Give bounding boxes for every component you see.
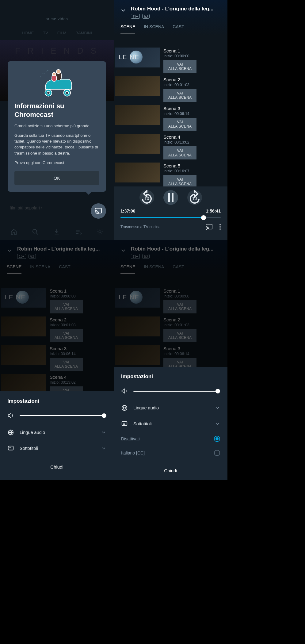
tooltip-text-1: Grandi notizie su uno schermo più grande… xyxy=(14,123,99,129)
radio-button[interactable] xyxy=(214,450,220,456)
scene-thumbnail[interactable] xyxy=(1,374,46,394)
audio-languages-row[interactable]: Lingue audio xyxy=(0,424,114,440)
video-title: Robin Hood - L'origine della leg... xyxy=(131,246,213,252)
scene-thumbnail[interactable] xyxy=(115,134,160,154)
cast-icon[interactable] xyxy=(205,223,213,231)
volume-row[interactable] xyxy=(0,409,114,424)
chevron-down-icon xyxy=(215,421,220,427)
scene-thumbnail[interactable] xyxy=(115,163,160,182)
go-to-scene-button[interactable]: VAIALLA SCENA xyxy=(163,146,196,159)
cast-fab[interactable] xyxy=(91,203,106,219)
tab-scene[interactable]: SCENE xyxy=(120,24,135,33)
subtitles-icon xyxy=(121,420,128,427)
scene-start-time: Inizio: 00:01:03 xyxy=(163,83,226,87)
tab-cast[interactable]: CAST xyxy=(173,24,184,33)
collapse-icon[interactable] xyxy=(6,247,13,254)
app-logo: prime video xyxy=(0,17,114,21)
go-to-scene-button[interactable]: VAIALLA SCENA xyxy=(163,89,196,102)
settings-sheet: Impostazioni Lingue audio Sottotitoli Ch… xyxy=(0,391,114,480)
scene-thumbnail[interactable] xyxy=(115,76,160,96)
tab-in-scena[interactable]: IN SCENA xyxy=(144,24,164,33)
subtitles-row[interactable]: Sottotitoli xyxy=(114,416,227,432)
scene-row: Scena 4Inizio: 00:13:02VAIALLA SCENA xyxy=(114,132,227,161)
tab-cast[interactable]: CAST xyxy=(59,264,70,274)
chevron-down-icon xyxy=(101,430,106,435)
scene-row: Scena 2Inizio: 00:01:03VAIALLA SCENA xyxy=(114,75,227,104)
go-to-scene-button[interactable]: VAIALLA SCENA xyxy=(163,329,196,342)
volume-slider[interactable] xyxy=(20,415,106,416)
seek-bar[interactable] xyxy=(120,217,221,218)
volume-row[interactable] xyxy=(114,385,227,400)
scene-row: Scena 3Inizio: 00:06:14VAIALLA SCENA xyxy=(0,344,114,373)
tab-in-scena[interactable]: IN SCENA xyxy=(30,264,50,274)
svg-point-7 xyxy=(56,69,60,73)
radio-button[interactable] xyxy=(214,436,220,442)
scene-row: Scena 1Inizio: 00:00:00VAIALLA SCENA xyxy=(0,286,114,315)
volume-icon xyxy=(121,388,128,394)
svg-point-5 xyxy=(66,91,68,94)
go-to-scene-button[interactable]: VAIALLA SCENA xyxy=(163,118,196,131)
scene-name: Scena 1 xyxy=(50,288,112,293)
total-time: 1:56:41 xyxy=(206,209,221,213)
svg-point-0 xyxy=(33,229,37,233)
close-button[interactable]: Chiudi xyxy=(114,462,227,479)
go-to-scene-button[interactable]: VAIALLA SCENA xyxy=(50,300,83,313)
scene-name: Scena 2 xyxy=(163,77,226,82)
tab-in-scena[interactable]: IN SCENA xyxy=(144,264,164,274)
go-to-scene-button[interactable]: VAIALLA SCENA xyxy=(163,300,196,313)
pause-button[interactable] xyxy=(163,190,178,205)
scene-name: Scena 1 xyxy=(163,288,226,293)
collapse-icon[interactable] xyxy=(120,7,127,14)
settings-title: Impostazioni xyxy=(114,367,227,385)
svg-rect-17 xyxy=(144,255,147,258)
close-button[interactable]: Chiudi xyxy=(0,459,114,475)
scene-thumbnail[interactable] xyxy=(1,288,46,308)
scene-thumbnail[interactable] xyxy=(1,316,46,336)
ok-button[interactable]: OK xyxy=(14,171,99,185)
scene-row: Scena 3Inizio: 00:06:14VAIALLA SCENA xyxy=(114,104,227,132)
age-rating-badge: 13+ xyxy=(131,14,140,19)
volume-slider[interactable] xyxy=(133,391,220,392)
scene-thumbnail[interactable] xyxy=(115,345,160,365)
audio-languages-row[interactable]: Lingue audio xyxy=(114,400,227,416)
scene-start-time: Inizio: 00:13:02 xyxy=(163,140,226,144)
scene-thumbnail[interactable] xyxy=(115,48,160,67)
scene-name: Scena 2 xyxy=(50,317,112,322)
scene-name: Scena 1 xyxy=(163,48,226,53)
rewind-10-button[interactable]: 10 xyxy=(139,190,154,205)
age-rating-badge: 13+ xyxy=(17,254,26,259)
forward-10-button[interactable]: 10 xyxy=(187,190,202,205)
collapse-icon[interactable] xyxy=(120,247,127,254)
subtitles-row[interactable]: Sottotitoli xyxy=(0,440,114,456)
cc-badge xyxy=(142,14,150,19)
scene-start-time: Inizio: 00:13:02 xyxy=(50,380,112,385)
scene-start-time: Inizio: 00:16:07 xyxy=(163,169,226,173)
volume-icon xyxy=(7,412,14,419)
go-to-scene-button[interactable]: VAIALLA SCENA xyxy=(50,358,83,371)
go-to-scene-button[interactable]: VAIALLA SCENA xyxy=(163,60,196,73)
more-options-icon[interactable] xyxy=(219,224,221,230)
section-title: I film più popolari › xyxy=(7,205,42,210)
scene-start-time: Inizio: 00:06:14 xyxy=(50,352,112,356)
tab-cast[interactable]: CAST xyxy=(173,264,184,274)
scene-thumbnail[interactable] xyxy=(115,105,160,125)
chromecast-tooltip: Informazioni su Chromecast Grandi notizi… xyxy=(8,61,106,192)
cc-badge xyxy=(29,254,36,259)
scene-thumbnail[interactable] xyxy=(115,288,160,308)
svg-point-9 xyxy=(52,72,56,75)
chevron-down-icon xyxy=(101,446,106,451)
scene-thumbnail[interactable] xyxy=(1,345,46,365)
elapsed-time: 1:37:06 xyxy=(120,209,135,213)
go-to-scene-button[interactable]: VAIALLA SCENA xyxy=(50,329,83,342)
go-to-scene-button[interactable]: VAIALLA SCENA xyxy=(163,175,196,186)
scene-name: Scena 2 xyxy=(163,317,226,322)
scene-row: Scena 5Inizio: 00:16:07VAIALLA SCENA xyxy=(114,161,227,186)
scene-thumbnail[interactable] xyxy=(115,316,160,336)
subtitle-option[interactable]: Disattivati xyxy=(114,432,227,446)
scene-name: Scena 3 xyxy=(163,346,226,351)
tab-scene[interactable]: SCENE xyxy=(120,264,135,274)
subtitle-option[interactable]: Italiano [CC] xyxy=(114,446,227,460)
scene-start-time: Inizio: 00:00:00 xyxy=(163,54,226,58)
tab-scene[interactable]: SCENE xyxy=(7,264,21,274)
svg-rect-14 xyxy=(31,255,34,258)
